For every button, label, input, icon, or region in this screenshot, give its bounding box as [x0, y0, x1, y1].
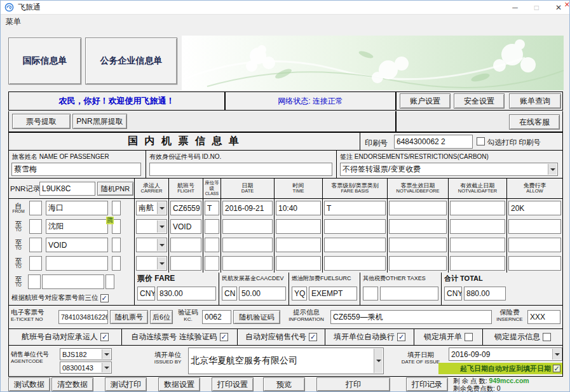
flight-no-field[interactable]: CZ6559	[170, 201, 201, 215]
date-field[interactable]	[222, 256, 273, 271]
baggage-field[interactable]: 20K	[508, 201, 561, 215]
city-code-field[interactable]	[29, 201, 42, 215]
intl-sheet-button[interactable]: 国际信息单	[8, 37, 81, 84]
option-auto-agent-checkbox[interactable]: ✓	[309, 333, 317, 341]
option-lock-info-checkbox[interactable]	[543, 333, 551, 341]
dropdown-arrow-icon[interactable]	[548, 164, 557, 175]
city-extra-field[interactable]	[112, 256, 121, 271]
cabin-class-field[interactable]	[205, 219, 219, 234]
time-field[interactable]	[276, 238, 321, 252]
not-valid-after-field[interactable]	[450, 201, 505, 215]
fuel-code-field[interactable]: YQ	[292, 287, 307, 301]
not-valid-before-field[interactable]	[389, 201, 447, 215]
flight-no-field[interactable]	[170, 256, 201, 271]
account-settings-button[interactable]: 账户设置	[400, 93, 451, 109]
minimize-button[interactable]: ─	[512, 3, 518, 12]
other-taxes-code-field[interactable]	[363, 287, 378, 301]
carrier-select[interactable]	[136, 256, 167, 271]
time-field[interactable]: 10:40	[276, 201, 321, 215]
city-extra-field[interactable]	[112, 201, 121, 215]
verify-code-field[interactable]: 0062	[202, 310, 231, 324]
flight-no-field[interactable]	[170, 238, 201, 252]
option-lock-form-checkbox[interactable]	[465, 333, 473, 341]
date-field[interactable]: 2016-09-21	[222, 201, 273, 215]
time-field[interactable]	[276, 256, 321, 271]
carrier-select[interactable]	[136, 219, 167, 234]
baggage-field[interactable]	[508, 256, 561, 271]
print-button[interactable]: 打印	[316, 377, 390, 391]
dropdown-arrow-icon[interactable]	[552, 349, 561, 360]
carrier-select[interactable]: 南航	[136, 201, 167, 215]
print-no-field[interactable]: 6484300062 2	[394, 135, 473, 149]
fare-basis-field[interactable]	[324, 256, 386, 271]
security-settings-button[interactable]: 安全设置	[454, 93, 505, 109]
maximize-button[interactable]: □	[534, 3, 539, 12]
test-print-button[interactable]: 测试打印	[105, 377, 147, 391]
print-record-button[interactable]: 打印记录	[406, 377, 448, 391]
fuel-amount-field[interactable]: EXEMPT	[309, 287, 357, 301]
city-extra-field[interactable]	[112, 238, 121, 252]
auto-date-checkbox[interactable]: ✓	[553, 365, 560, 372]
time-field[interactable]	[276, 219, 321, 234]
option-wrap-checkbox[interactable]: ✓	[397, 333, 405, 341]
caac-amount-field[interactable]: 50.00	[239, 287, 286, 301]
test-data-button[interactable]: 测试数据	[8, 377, 50, 391]
flight-no-field[interactable]: VOID	[170, 219, 201, 234]
issue-date-select[interactable]: 2016-09-09	[449, 348, 562, 361]
city-field[interactable]	[46, 256, 108, 271]
id-number-field[interactable]	[149, 163, 332, 176]
dropdown-arrow-icon[interactable]	[374, 349, 383, 373]
close-button[interactable]: ✕	[555, 3, 562, 12]
bill-query-button[interactable]: 账单查询	[509, 93, 561, 109]
dropdown-arrow-icon[interactable]	[102, 363, 111, 372]
insurance-field[interactable]: XXX	[527, 310, 560, 324]
last6-button[interactable]: 后6位	[150, 310, 173, 324]
dropdown-arrow-icon[interactable]	[157, 202, 166, 214]
pnr-field[interactable]: L9UK8C	[39, 182, 95, 196]
carrier-select[interactable]	[136, 238, 167, 252]
not-valid-after-field[interactable]	[450, 238, 505, 252]
not-valid-before-field[interactable]	[389, 219, 447, 234]
option-auto-ticketno-checkbox[interactable]: ✓	[220, 333, 228, 341]
not-valid-before-field[interactable]	[389, 238, 447, 252]
eticket-number-field[interactable]: 7841034816226	[58, 310, 108, 324]
cabin-class-field[interactable]: T	[205, 201, 219, 215]
dropdown-arrow-icon[interactable]	[102, 349, 111, 359]
data-settings-button[interactable]: 数据设置	[158, 377, 200, 391]
city-field[interactable]	[42, 274, 104, 289]
cabin-class-field[interactable]	[205, 256, 219, 271]
agent-code-select-2[interactable]: 08300143	[60, 362, 112, 374]
menu-item[interactable]: 菜单	[6, 17, 21, 27]
ticket-extract-button[interactable]: 票号提取	[12, 114, 71, 129]
city-code-field[interactable]	[29, 219, 42, 234]
date-field[interactable]	[222, 238, 273, 252]
dropdown-arrow-icon[interactable]	[157, 257, 166, 269]
random-pnr-button[interactable]: 随机PNR	[97, 182, 133, 196]
biz-sheet-button[interactable]: 公务企业信息单	[85, 37, 177, 84]
city-field[interactable]: 海口	[46, 201, 108, 215]
ticket-prefix-rule-checkbox[interactable]: ✓	[100, 294, 109, 302]
random-code-button[interactable]: 随机验证码	[233, 310, 280, 324]
info-field[interactable]: CZ6559—乘机	[330, 310, 492, 324]
issued-by-select[interactable]: 北京华夏航空服务有限公司	[188, 348, 384, 374]
fare-amount-field[interactable]: 830.00	[157, 287, 216, 301]
city-code-field[interactable]	[29, 256, 42, 271]
other-taxes-amount-field[interactable]	[380, 287, 438, 301]
dropdown-arrow-icon[interactable]	[157, 220, 166, 233]
not-valid-before-field[interactable]	[389, 256, 447, 271]
not-valid-after-field[interactable]	[450, 219, 505, 234]
random-ticket-button[interactable]: 随机票号	[110, 310, 148, 324]
city-code-field[interactable]	[29, 238, 42, 252]
fare-basis-field[interactable]	[324, 219, 386, 234]
city-field[interactable]: VOID	[46, 238, 108, 252]
online-service-button[interactable]: 在线客服	[509, 114, 560, 130]
preview-button[interactable]: 预览	[263, 377, 305, 391]
option-auto-carrier-checkbox[interactable]: ✓	[100, 333, 109, 341]
cabin-class-field[interactable]	[205, 238, 219, 252]
clear-data-button[interactable]: 清空数据	[51, 377, 93, 391]
corner-close-icon[interactable]: ✕	[564, 1, 570, 9]
total-amount-field[interactable]: 880.00	[464, 287, 506, 301]
endorsement-select[interactable]: 不得签转退票/变更收费	[340, 163, 558, 176]
city-code-field[interactable]	[28, 274, 41, 289]
baggage-field[interactable]	[508, 219, 561, 234]
